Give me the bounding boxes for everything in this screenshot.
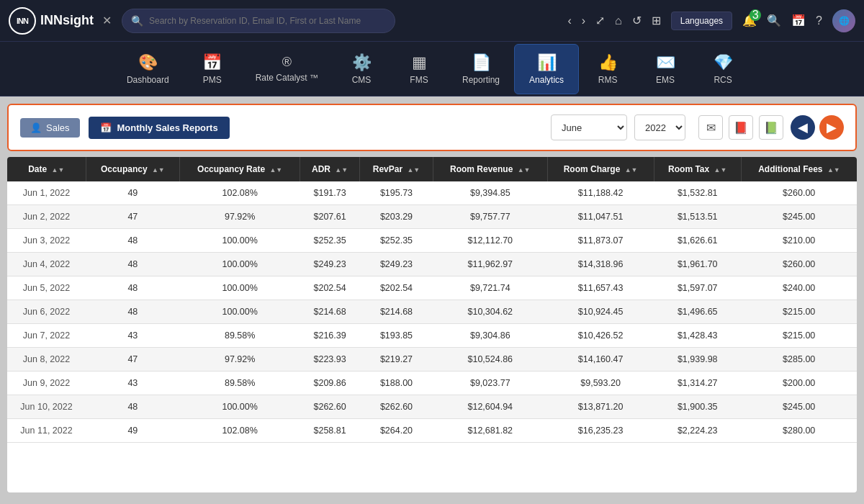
table-cell: 47 [86,348,180,372]
table-cell: $193.85 [360,324,433,348]
next-button[interactable]: ▶ [819,115,844,140]
table-cell: Jun 7, 2022 [7,324,86,348]
help-icon[interactable]: ? [816,14,822,27]
nav-label-dashboard: Dashboard [127,75,169,85]
col-room-tax[interactable]: Room Tax ▲▼ [654,157,741,181]
table-cell: 89.58% [180,324,300,348]
user-icon: 👤 [30,122,42,133]
calendar-top-icon[interactable]: 📅 [791,14,806,27]
search-input[interactable] [149,16,386,26]
table-cell: $262.60 [300,395,360,419]
table-cell: $215.00 [741,324,857,348]
pms-icon: 📅 [202,53,222,72]
col-room-charge[interactable]: Room Charge ▲▼ [547,157,654,181]
nav-label-rms: RMS [598,75,618,85]
language-button[interactable]: Languages [671,12,732,30]
table-cell: $10,426.52 [547,324,654,348]
table-cell: $252.35 [300,229,360,253]
grid-icon[interactable]: ⊞ [652,14,661,27]
nav-item-fms[interactable]: ▦ FMS [390,44,448,94]
rcs-icon: 💎 [714,53,733,72]
report-label: Monthly Sales Reports [117,122,218,133]
avatar[interactable]: 🌐 [832,9,855,32]
year-select[interactable]: 2020202120222023 [634,114,685,140]
table-cell: Jun 8, 2022 [7,348,86,372]
table-row: Jun 8, 20224797.92%$223.93$219.27$10,524… [7,348,857,372]
export-icons: ✉ 📕 📗 [698,115,783,140]
content-area: 👤 Sales 📅 Monthly Sales Reports JanuaryF… [0,96,864,504]
pdf-export-button[interactable]: 📕 [729,115,753,140]
table-cell: $258.81 [300,419,360,443]
nav-item-rcs[interactable]: 💎 RCS [694,44,752,94]
back-icon[interactable]: ‹ [567,14,571,27]
logo-icon: INN [9,7,36,35]
search-icon: 🔍 [131,15,143,27]
table-cell: $9,721.74 [433,276,547,300]
top-nav-icons: ‹ › ⤢ ⌂ ↺ ⊞ Languages 🔔 3 🔍 📅 ? 🌐 [567,9,855,32]
col-date[interactable]: Date ▲▼ [7,157,86,181]
forward-icon[interactable]: › [582,14,585,27]
email-export-button[interactable]: ✉ [698,115,723,140]
table-row: Jun 2, 20224797.92%$207.61$203.29$9,757.… [7,205,857,229]
dashboard-icon: 🎨 [138,53,158,72]
table-cell: $223.93 [300,348,360,372]
table-cell: Jun 2, 2022 [7,205,86,229]
table-cell: $11,962.97 [433,253,547,276]
col-occupancy[interactable]: Occupancy ▲▼ [86,157,180,181]
nav-item-ems[interactable]: ✉️ EMS [636,44,694,94]
table-cell: 100.00% [180,300,300,324]
table-cell: $210.00 [741,229,857,253]
table-cell: 102.08% [180,181,300,205]
logo-text: INNsight [40,13,94,28]
nav-item-dashboard[interactable]: 🎨 Dashboard [112,44,184,94]
table-cell: $11,047.51 [547,205,654,229]
table-cell: $1,900.35 [654,395,741,419]
month-select[interactable]: JanuaryFebruaryMarch AprilMayJune JulyAu… [551,114,627,140]
nav-item-reporting[interactable]: 📄 Reporting [448,44,514,94]
nav-item-pms[interactable]: 📅 PMS [184,44,241,94]
col-revpar[interactable]: RevPar ▲▼ [360,157,433,181]
excel-export-button[interactable]: 📗 [759,115,783,140]
table-row: Jun 10, 202248100.00%$262.60$262.60$12,6… [7,395,857,419]
col-additional-fees[interactable]: Additional Fees ▲▼ [741,157,857,181]
nav-label-rate-catalyst: Rate Catalyst ™ [256,73,318,83]
reporting-icon: 📄 [472,53,491,72]
table-cell: $191.73 [300,181,360,205]
xls-icon: 📗 [764,121,778,135]
refresh-icon[interactable]: ↺ [632,14,642,27]
table-cell: $249.23 [300,253,360,276]
breadcrumb-sales[interactable]: 👤 Sales [20,118,80,138]
table-cell: $1,939.98 [654,348,741,372]
col-adr[interactable]: ADR ▲▼ [300,157,360,181]
close-icon[interactable]: ✕ [102,14,112,27]
search-top-icon[interactable]: 🔍 [767,14,781,27]
table-row: Jun 5, 202248100.00%$202.54$202.54$9,721… [7,276,857,300]
table-cell: Jun 6, 2022 [7,300,86,324]
pdf-icon: 📕 [734,121,748,135]
breadcrumb-report[interactable]: 📅 Monthly Sales Reports [89,117,230,139]
nav-item-rate-catalyst[interactable]: ® Rate Catalyst ™ [241,44,333,94]
prev-button[interactable]: ◀ [791,115,815,140]
prev-icon: ◀ [798,120,808,135]
table-cell: 49 [86,181,180,205]
nav-label-ems: EMS [656,75,675,85]
col-occupancy-rate[interactable]: Occupancy Rate ▲▼ [180,157,300,181]
table-cell: $9,394.85 [433,181,547,205]
rate-catalyst-icon: ® [282,55,292,70]
sales-table: Date ▲▼ Occupancy ▲▼ Occupancy Rate ▲▼ A… [7,157,857,443]
next-icon: ▶ [827,120,837,135]
table-row: Jun 7, 20224389.58%$216.39$193.85$9,304.… [7,324,857,348]
nav-item-rms[interactable]: 👍 RMS [579,44,636,94]
nav-label-reporting: Reporting [462,75,500,85]
notification-bell[interactable]: 🔔 3 [742,14,757,27]
expand-icon[interactable]: ⤢ [595,14,605,27]
nav-item-analytics[interactable]: 📊 Analytics [514,44,579,94]
nav-item-cms[interactable]: ⚙️ CMS [333,44,390,94]
col-room-revenue[interactable]: Room Revenue ▲▼ [433,157,547,181]
table-cell: $14,160.47 [547,348,654,372]
table-row: Jun 11, 202249102.08%$258.81$264.20$12,6… [7,419,857,443]
search-bar[interactable]: 🔍 [122,9,395,33]
table-cell: Jun 5, 2022 [7,276,86,300]
mail-icon: ✉ [706,121,716,135]
home-icon[interactable]: ⌂ [615,14,622,27]
